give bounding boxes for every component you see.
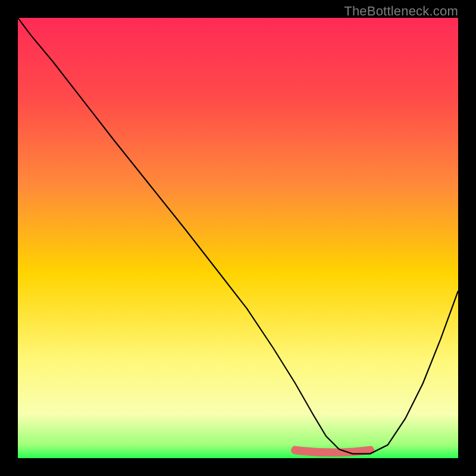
curve-layer xyxy=(18,18,458,458)
plot-area xyxy=(18,18,458,458)
watermark-text: TheBottleneck.com xyxy=(344,4,458,19)
highlight-band xyxy=(295,450,370,453)
bottleneck-curve xyxy=(18,18,458,454)
chart-frame: TheBottleneck.com xyxy=(0,0,476,476)
